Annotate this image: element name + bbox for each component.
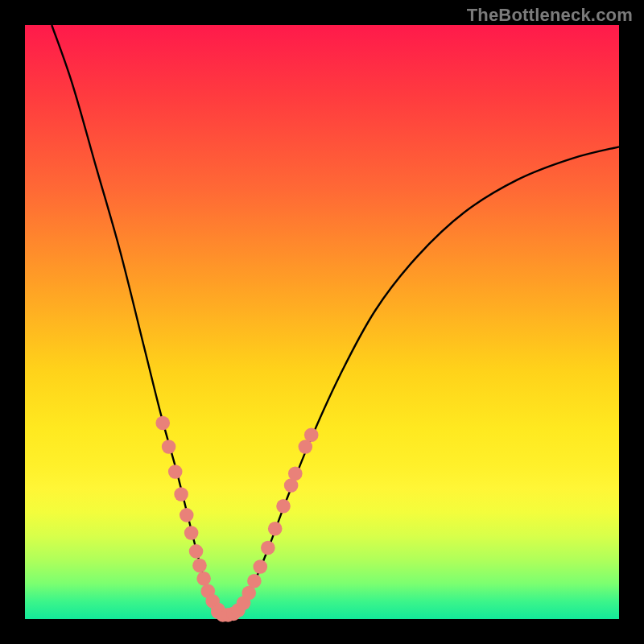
data-point [261,541,275,555]
data-point [247,574,262,588]
data-point [162,440,176,454]
data-point [253,559,267,574]
data-points [155,416,318,622]
data-point [189,544,204,559]
data-point [180,508,194,522]
data-point [196,572,211,586]
data-point [168,464,183,479]
bottleneck-curve [52,25,619,616]
data-point [155,416,170,431]
watermark-text: TheBottleneck.com [467,5,633,26]
data-point [276,499,291,514]
chart-frame: TheBottleneck.com [0,0,644,644]
data-point [268,522,283,536]
data-point [192,559,207,573]
data-point [184,526,199,540]
data-point [288,466,303,481]
data-point [174,487,188,502]
plot-area [25,25,619,619]
chart-svg [25,25,619,619]
data-point [304,427,319,442]
